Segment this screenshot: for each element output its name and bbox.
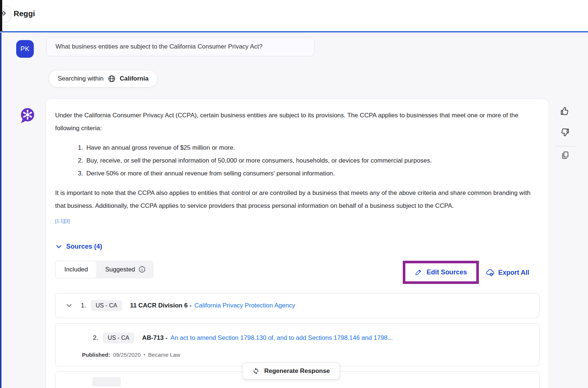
- jurisdiction-badge: US - CA: [103, 332, 134, 343]
- sources-toggle[interactable]: Sources (4): [55, 243, 102, 250]
- bullet-separator: •: [144, 352, 146, 357]
- search-scope-value: California: [120, 75, 148, 82]
- chevron-down-icon: [55, 243, 62, 250]
- list-item-number: 1.: [78, 141, 86, 154]
- jurisdiction-badge: [92, 377, 121, 387]
- list-item-number: 3.: [78, 167, 86, 180]
- edit-sources-button[interactable]: Edit Sources: [405, 263, 476, 281]
- search-scope-pill[interactable]: Searching within California: [49, 70, 158, 88]
- tab-included[interactable]: Included: [55, 261, 97, 278]
- citation-links: [1.1][3]: [55, 218, 539, 224]
- sources-actions: Edit Sources Export All: [403, 261, 529, 284]
- top-header: Reggi: [0, 0, 588, 31]
- source-item-main: 2. US - CA AB-713 - An act to amend Sect…: [81, 332, 539, 343]
- source-title: 11 CACR Division 6 -: [130, 302, 191, 309]
- list-item: 2. Buy, receive, or sell the personal in…: [55, 154, 539, 167]
- info-icon: [139, 266, 146, 273]
- assistant-avatar-icon: [19, 107, 36, 124]
- response-outro: It is important to note that the CCPA al…: [55, 186, 539, 212]
- regenerate-response-button[interactable]: Regenerate Response: [242, 362, 340, 380]
- source-link[interactable]: An act to amend Section 1798.130 of, and…: [171, 334, 393, 342]
- pencil-icon: [415, 268, 422, 276]
- response-intro: Under the California Consumer Privacy Ac…: [55, 109, 539, 135]
- list-item: 3. Derive 50% or more of their annual re…: [55, 167, 539, 180]
- list-item: 1. Have an annual gross revenue of $25 m…: [55, 141, 539, 154]
- source-item-1[interactable]: 1. US - CA 11 CACR Division 6 - Californ…: [55, 293, 539, 318]
- jurisdiction-badge: US - CA: [91, 300, 122, 311]
- source-title: AB-713 -: [142, 334, 168, 342]
- panel-top-border: [2, 31, 588, 32]
- thumbs-down-button[interactable]: [560, 128, 570, 137]
- edit-sources-label: Edit Sources: [427, 268, 467, 276]
- sources-header-label: Sources (4): [66, 243, 102, 250]
- citation-link[interactable]: [3]: [64, 218, 69, 224]
- source-item-2[interactable]: 2. US - CA AB-713 - An act to amend Sect…: [55, 323, 539, 366]
- search-scope-label: Searching within: [58, 75, 104, 82]
- list-item-number: 2.: [78, 154, 86, 167]
- user-avatar: PK: [16, 40, 34, 58]
- export-all-button[interactable]: Export All: [485, 268, 529, 277]
- list-item-text: Have an annual gross revenue of $25 mill…: [86, 141, 235, 154]
- regenerate-response-label: Regenerate Response: [264, 367, 330, 375]
- tab-suggested-label: Suggested: [105, 266, 135, 273]
- refresh-icon: [252, 367, 260, 375]
- feedback-divider: [555, 146, 577, 146]
- list-item-text: Buy, receive, or sell the personal infor…: [86, 154, 432, 167]
- tab-suggested[interactable]: Suggested: [97, 261, 153, 278]
- cloud-download-icon: [485, 268, 495, 277]
- copy-button[interactable]: [561, 151, 570, 160]
- sources-toolbar: Included Suggested: [55, 261, 539, 288]
- thumbs-up-button[interactable]: [560, 106, 570, 116]
- response-list: 1. Have an annual gross revenue of $25 m…: [55, 141, 539, 180]
- source-number: 1.: [81, 302, 86, 309]
- left-edge-bar: [0, 0, 2, 32]
- sources-tab-group: Included Suggested: [55, 261, 154, 278]
- source-status: Became Law: [148, 352, 180, 358]
- source-published-line: Published: 09/25/2020 • Became Law: [81, 352, 539, 358]
- published-label: Published:: [82, 352, 110, 358]
- user-message-text: What business entities are subject to th…: [55, 43, 262, 50]
- tab-included-label: Included: [64, 266, 88, 273]
- source-link[interactable]: California Privacy Protection Agency: [194, 302, 295, 309]
- citation-link[interactable]: [1.1]: [55, 218, 64, 224]
- published-date: 09/25/2020: [113, 352, 141, 358]
- annotation-highlight-box: Edit Sources: [403, 261, 479, 284]
- chat-panel: PK What business entities are subject to…: [0, 32, 588, 388]
- chevron-down-icon[interactable]: [65, 302, 73, 309]
- list-item-text: Derive 50% or more of their annual reven…: [86, 167, 335, 180]
- assistant-response-card: Under the California Consumer Privacy Ac…: [46, 99, 549, 388]
- globe-icon: [108, 75, 116, 83]
- app-title: Reggi: [14, 9, 35, 18]
- source-number: 2.: [93, 334, 98, 342]
- export-all-label: Export All: [498, 269, 529, 277]
- user-message-bubble: What business entities are subject to th…: [46, 37, 315, 56]
